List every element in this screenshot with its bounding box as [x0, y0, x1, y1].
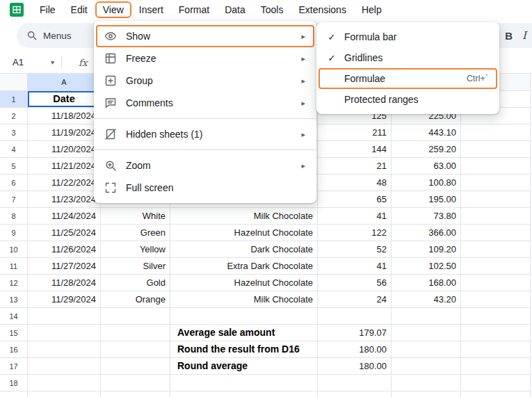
menu-help[interactable]: Help [354, 1, 389, 18]
row-header-15[interactable]: 15 [0, 325, 28, 341]
menu-insert[interactable]: Insert [131, 1, 171, 18]
cell-E11[interactable]: 102.50 [392, 258, 461, 275]
cell-A[interactable] [28, 391, 101, 397]
row-header-4[interactable]: 4 [0, 141, 28, 158]
cell-E6[interactable]: 100.80 [392, 175, 461, 191]
cell-B16[interactable] [101, 341, 170, 358]
menus-search[interactable]: Menus [17, 30, 72, 41]
cell-C16[interactable]: Round the result from D16 [170, 341, 318, 358]
cell-A17[interactable] [28, 358, 101, 375]
name-box[interactable]: A1 ▾ [0, 57, 61, 67]
row-header-2[interactable]: 2 [0, 108, 28, 124]
cell-D3[interactable]: 211 [318, 124, 392, 141]
cell-C9[interactable]: Hazelnut Chocolate [170, 225, 318, 241]
cell-F10[interactable] [461, 241, 531, 258]
cell-B18[interactable] [101, 375, 170, 391]
cell-B17[interactable] [101, 358, 170, 375]
cell-E17[interactable] [392, 358, 461, 375]
cell-A1[interactable]: Date [28, 91, 101, 108]
cell-E5[interactable]: 63.00 [392, 158, 461, 175]
view-menu-item-group[interactable]: Group▸ [94, 70, 316, 92]
cell-A12[interactable]: 11/28/2024 [28, 275, 101, 291]
cell-C15[interactable]: Average sale amount [170, 325, 318, 341]
row-header-10[interactable]: 10 [0, 241, 28, 258]
cell-A5[interactable]: 11/21/2024 [28, 158, 101, 175]
cell-A16[interactable] [28, 341, 101, 358]
cell-D7[interactable]: 65 [318, 191, 392, 208]
row-header-13[interactable]: 13 [0, 291, 28, 308]
cell-C13[interactable]: Milk Chocolate [170, 291, 318, 308]
cell-B10[interactable]: Yellow [101, 241, 170, 258]
cell-D11[interactable]: 41 [318, 258, 392, 275]
cell-E18[interactable] [392, 375, 461, 391]
cell-A13[interactable]: 11/29/2024 [28, 291, 101, 308]
cell-C14[interactable] [170, 308, 318, 325]
cell-D13[interactable]: 24 [318, 291, 392, 308]
cell-A7[interactable]: 11/23/2024 [28, 191, 101, 208]
cell-D16[interactable]: 180.00 [318, 341, 392, 358]
row-header-8[interactable]: 8 [0, 208, 28, 225]
view-menu-item-hidden-sheets-1[interactable]: Hidden sheets (1)▸ [94, 123, 316, 145]
cell-E15[interactable] [392, 325, 461, 341]
cell-E4[interactable]: 259.20 [392, 141, 461, 158]
cell-C17[interactable]: Round average [170, 358, 318, 375]
row-header-1[interactable]: 1 [0, 91, 28, 108]
cell-F11[interactable] [461, 258, 531, 275]
row-header-6[interactable]: 6 [0, 175, 28, 191]
row-header-5[interactable]: 5 [0, 158, 28, 175]
menu-view[interactable]: View [95, 1, 131, 18]
cell-A4[interactable]: 11/20/2024 [28, 141, 101, 158]
cell-A3[interactable]: 11/19/2024 [28, 124, 101, 141]
cell-F6[interactable] [461, 175, 531, 191]
cell-E10[interactable]: 109.20 [392, 241, 461, 258]
row-header-12[interactable]: 12 [0, 275, 28, 291]
view-menu-item-show[interactable]: Show▸ [94, 25, 316, 47]
view-menu-item-zoom[interactable]: Zoom▸ [94, 154, 316, 177]
cell-C[interactable] [170, 391, 318, 397]
cell-A18[interactable] [28, 375, 101, 391]
cell-D5[interactable]: 21 [318, 158, 392, 175]
cell-E3[interactable]: 443.10 [392, 124, 461, 141]
cell-E9[interactable]: 366.00 [392, 225, 461, 241]
menu-file[interactable]: File [32, 1, 63, 18]
cell-D17[interactable]: 180.00 [318, 358, 392, 375]
cell-E7[interactable]: 195.00 [392, 191, 461, 208]
sheets-icon[interactable] [10, 3, 24, 17]
show-submenu-item-gridlines[interactable]: ✓Gridlines [316, 47, 499, 68]
cell-F3[interactable] [461, 124, 531, 141]
row-header-7[interactable]: 7 [0, 191, 28, 208]
cell-C11[interactable]: Extra Dark Chocolate [170, 258, 318, 275]
row-header-9[interactable]: 9 [0, 225, 28, 241]
cell-F15[interactable] [461, 325, 531, 341]
cell-D15[interactable]: 179.07 [318, 325, 392, 341]
cell-F13[interactable] [461, 291, 531, 308]
cell-F14[interactable] [461, 308, 531, 325]
cell-F18[interactable] [461, 375, 531, 391]
cell-D18[interactable] [318, 375, 392, 391]
cell-C18[interactable] [170, 375, 318, 391]
show-submenu-item-formula-bar[interactable]: ✓Formula bar [316, 26, 499, 47]
show-submenu-item-protected-ranges[interactable]: Protected ranges [316, 89, 499, 110]
cell-E[interactable] [392, 391, 461, 397]
cell-F7[interactable] [461, 191, 531, 208]
cell-B11[interactable]: Silver [101, 258, 170, 275]
cell-B12[interactable]: Gold [101, 275, 170, 291]
row-header-3[interactable]: 3 [0, 124, 28, 141]
cell-E13[interactable]: 43.20 [392, 291, 461, 308]
cell-B8[interactable]: White [101, 208, 170, 225]
cell-E8[interactable]: 73.80 [392, 208, 461, 225]
cell-E16[interactable] [392, 341, 461, 358]
row-header-partial[interactable] [0, 391, 28, 397]
cell-E12[interactable]: 168.00 [392, 275, 461, 291]
cell-F16[interactable] [461, 341, 531, 358]
row-header-14[interactable]: 14 [0, 308, 28, 325]
cell-D14[interactable] [318, 308, 392, 325]
cell-F9[interactable] [461, 225, 531, 241]
cell-C12[interactable]: Hazelnut Chocolate [170, 275, 318, 291]
cell-A6[interactable]: 11/22/2024 [28, 175, 101, 191]
cell-D[interactable] [318, 391, 392, 397]
cell-B15[interactable] [101, 325, 170, 341]
cell-A8[interactable]: 11/24/2024 [28, 208, 101, 225]
view-menu-item-freeze[interactable]: Freeze▸ [94, 47, 316, 70]
cell-D8[interactable]: 41 [318, 208, 392, 225]
